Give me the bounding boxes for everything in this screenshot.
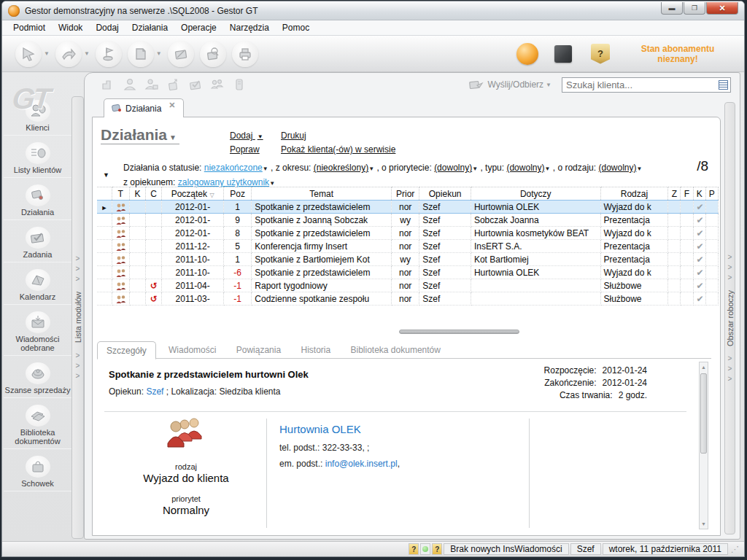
search-list-icon[interactable] [719,80,728,90]
filter-status[interactable]: niezakończone [204,163,263,173]
client-search[interactable] [562,77,731,93]
filter-typ[interactable]: (dowolny) [506,163,544,173]
sidebar-item-schowek[interactable]: Schowek [4,456,71,491]
sidebar-item-biblioteka[interactable]: Biblioteka dokumentów [4,405,71,449]
meeting-type-icon [115,295,127,304]
help-status-icon[interactable]: ? [409,543,419,555]
help-status-icon[interactable]: ? [432,543,442,555]
meeting-type-icon [115,229,127,238]
sidebar-item-zadania[interactable]: Zadania [4,227,71,262]
client-link[interactable]: Hurtownia OLEK [279,423,400,435]
menu-operacje[interactable]: Operacje [174,21,223,34]
print-tool-button[interactable] [232,41,258,67]
tab-wiadomosci[interactable]: Wiadomości [160,341,225,358]
workspace-strip[interactable]: > > > Obszar roboczy > > > [724,102,735,534]
workspace: Klienci Listy klientów Działania Zadania… [2,72,744,541]
chevron-right-icon: > [728,364,732,374]
people-group-icon[interactable] [210,77,225,92]
chevron-right-icon: > [728,262,732,273]
shield-question-icon[interactable]: ? [591,44,610,64]
page-title[interactable]: Działania▼ [101,126,179,144]
tab-content: Działania▼ Dodaj ▼ Popraw Drukuj Pokaż k… [92,117,721,536]
details-vertical-scrollbar[interactable]: ▲ ▼ [699,362,708,529]
horizontal-scrollbar-thumb[interactable] [399,330,519,334]
send-tool-caret-icon[interactable]: ▼ [84,50,90,57]
module-list-strip[interactable]: > > > Lista modułów > > > [71,96,84,539]
meeting-people-icon [166,417,206,449]
note-tool-button[interactable] [128,41,154,67]
tab-biblioteka[interactable]: Biblioteka dokumentów [342,341,449,358]
app-icon [8,5,20,17]
table-row[interactable]: 2011-12- 5 Konferencja firmy Insert nor … [97,240,719,253]
chevron-right-icon: > [728,273,732,283]
flag-tool-button[interactable] [96,41,122,67]
table-row[interactable]: 2012-01- 9 Spotkanie z Joanną Sobczak wy… [97,214,719,227]
filter-opiekun[interactable]: zalogowany użytkownik [178,177,269,187]
company-icon[interactable] [101,77,115,92]
tab-szczegoly[interactable]: Szczegóły [97,341,156,359]
tab-historia[interactable]: Historia [292,341,339,358]
sphere-status-icon[interactable] [516,43,538,65]
popraw-link[interactable]: Popraw [230,144,263,155]
send-receive-icon [468,79,484,90]
menu-dodaj[interactable]: Dodaj [89,21,125,34]
chevron-right-icon: > [76,264,80,274]
task-check-icon[interactable] [188,77,203,92]
send-receive-button[interactable]: Wyślij/Odbierz ▼ [468,79,552,90]
close-button[interactable]: ✕ [706,2,738,15]
restore-button[interactable]: ❐ [684,2,705,15]
selector-header[interactable] [97,187,112,201]
tab-powiazania[interactable]: Powiązania [228,341,290,358]
menu-narzedzia[interactable]: Narzędzia [223,21,276,34]
filter-rodzaj[interactable]: (dowolny) [598,163,636,173]
send-tool-button[interactable] [55,41,82,67]
tab-strip: Działania ✕ [92,97,721,117]
phone-device-icon[interactable] [232,77,247,92]
sort-column-header[interactable]: Początek ▽ [162,187,224,201]
table-row[interactable]: ↺ 2011-03- -1 Codzienne spotkanie zespoł… [97,292,719,306]
search-tool-button[interactable] [200,41,226,67]
table-row[interactable]: ↺ 2011-04- -1 Raport tygodniowy nor Szef… [97,279,719,292]
sidebar-item-kalendarz[interactable]: Kalendarz [4,269,71,305]
drukuj-link[interactable]: Drukuj [281,131,395,141]
tab-dzialania[interactable]: Działania ✕ [104,98,184,117]
table-row[interactable]: ► 2012-01- 1 Spotkanie z przedstawiciele… [97,201,719,214]
dodaj-link[interactable]: Dodaj ▼ [230,131,263,141]
table-row[interactable]: 2011-10- 1 Spotkanie z Bartłomiejem Kot … [97,253,719,266]
sidebar-item-dzialania[interactable]: Działania [4,184,71,220]
client-search-input[interactable] [562,79,719,90]
client-email-link[interactable]: info@olek.insert.pl [325,459,398,469]
minimize-button[interactable]: ▬ [661,2,683,15]
menu-pomoc[interactable]: Pomoc [276,21,316,34]
person-icon[interactable] [123,77,137,92]
detail-title: Spotkanie z przedstawicielem hurtowni Ol… [109,369,309,380]
person-badge-icon[interactable] [144,77,159,92]
cursor-tool-button[interactable] [15,41,42,67]
pokaz-klienta-link[interactable]: Pokaż klienta(-ów) w serwisie [281,144,395,155]
table-row[interactable]: 2012-01- 8 Spotkanie z przedstawicielem … [97,227,719,240]
menu-widok[interactable]: Widok [52,21,89,34]
menu-podmiot[interactable]: Podmiot [7,21,52,34]
connection-status-icon[interactable] [420,543,430,555]
cube-icon[interactable] [554,45,572,63]
inner-panel: Wyślij/Odbierz ▼ Działania ✕ [84,72,740,540]
opiekun-link[interactable]: Szef [146,386,163,397]
row-selector-arrow-icon: ► [101,204,107,211]
table-row[interactable]: 2011-10- -6 Spotkanie z przedstawicielem… [97,266,719,279]
menu-dzialania[interactable]: Działania [125,21,174,34]
calendar-icon [26,269,50,291]
sidebar-item-wiadomosci[interactable]: Wiadomości odebrane [4,311,71,356]
user-status[interactable]: Szef [570,543,601,555]
resize-grip[interactable]: ⋰ [731,545,741,554]
messages-status[interactable]: Brak nowych InsWiadomości [444,543,568,555]
export-document-icon[interactable] [166,77,181,92]
sidebar-item-szanse[interactable]: Szanse sprzedaży [4,362,71,398]
filter-okres[interactable]: (nieokreślony) [314,163,368,173]
filter-collapse-icon[interactable]: ▼ [103,171,109,179]
note-tool-caret-icon[interactable]: ▼ [156,50,162,57]
cursor-tool-caret-icon[interactable]: ▼ [44,50,50,57]
tab-close-icon[interactable]: ✕ [169,101,175,110]
edit-tool-button[interactable] [168,41,194,67]
sidebar-item-listy-klientow[interactable]: Listy klientów [4,142,71,178]
filter-priorytet[interactable]: (dowolny) [434,163,472,173]
